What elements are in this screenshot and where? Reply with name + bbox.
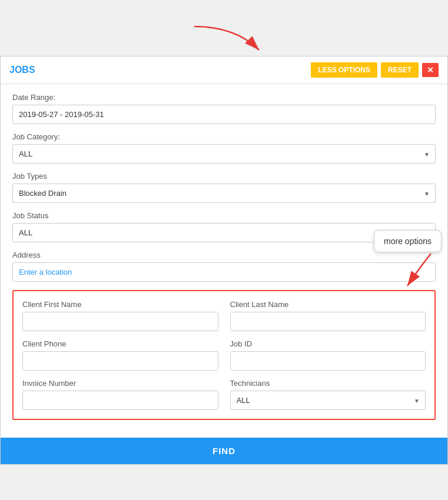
job-id-label: Job ID <box>230 339 426 348</box>
job-category-select[interactable]: ALL Category 1 Category 2 <box>12 144 436 164</box>
find-button[interactable]: FIND <box>1 438 447 464</box>
job-types-label: Job Types <box>12 172 436 181</box>
job-status-select-wrapper: ALL Open Closed <box>12 223 436 242</box>
more-options-grid: Client First Name Client Last Name Clien… <box>22 300 426 410</box>
client-last-name-group: Client Last Name <box>230 300 426 331</box>
technicians-label: Technicians <box>230 379 426 388</box>
job-types-select-wrapper: Blocked Drain Type 1 Type 2 <box>12 184 436 203</box>
modal-title: JOBS <box>9 65 35 75</box>
address-group: Address more options <box>12 251 436 282</box>
job-id-group: Job ID <box>230 339 426 371</box>
job-category-group: Job Category: ALL Category 1 Category 2 <box>12 132 436 164</box>
address-label: Address <box>12 251 436 259</box>
date-range-group: Date Range: <box>12 93 436 124</box>
invoice-number-group: Invoice Number <box>22 379 218 410</box>
header-buttons: LESS OPTIONS RESET ✕ <box>311 62 439 78</box>
client-first-name-input[interactable] <box>22 312 218 331</box>
modal-header: JOBS LESS OPTIONS RESET ✕ <box>1 56 447 84</box>
address-input[interactable] <box>12 262 436 282</box>
invoice-number-label: Invoice Number <box>22 379 218 388</box>
modal-body: Date Range: Job Category: ALL Category 1… <box>1 84 447 438</box>
job-status-label: Job Status <box>12 211 436 220</box>
more-options-tooltip: more options <box>374 230 442 252</box>
client-phone-label: Client Phone <box>22 339 218 348</box>
reset-button[interactable]: RESET <box>381 62 419 78</box>
client-first-name-group: Client First Name <box>22 300 218 331</box>
less-options-button[interactable]: LESS OPTIONS <box>311 62 377 78</box>
technicians-select[interactable]: ALL Tech 1 Tech 2 <box>230 391 426 410</box>
date-range-input[interactable] <box>12 105 436 124</box>
client-last-name-label: Client Last Name <box>230 300 426 309</box>
job-status-select[interactable]: ALL Open Closed <box>12 223 436 242</box>
client-last-name-input[interactable] <box>230 312 426 331</box>
technicians-group: Technicians ALL Tech 1 Tech 2 <box>230 379 426 410</box>
job-status-group: Job Status ALL Open Closed <box>12 211 436 242</box>
job-category-select-wrapper: ALL Category 1 Category 2 <box>12 144 436 164</box>
more-options-section: Client First Name Client Last Name Clien… <box>12 290 436 420</box>
job-types-select[interactable]: Blocked Drain Type 1 Type 2 <box>12 184 436 203</box>
date-range-label: Date Range: <box>12 93 436 102</box>
technicians-select-wrapper: ALL Tech 1 Tech 2 <box>230 391 426 410</box>
client-phone-input[interactable] <box>22 351 218 371</box>
invoice-number-input[interactable] <box>22 391 218 410</box>
job-category-label: Job Category: <box>12 132 436 141</box>
client-phone-group: Client Phone <box>22 339 218 371</box>
client-first-name-label: Client First Name <box>22 300 218 309</box>
close-button[interactable]: ✕ <box>422 63 439 77</box>
job-types-group: Job Types Blocked Drain Type 1 Type 2 <box>12 172 436 203</box>
job-id-input[interactable] <box>230 351 426 371</box>
